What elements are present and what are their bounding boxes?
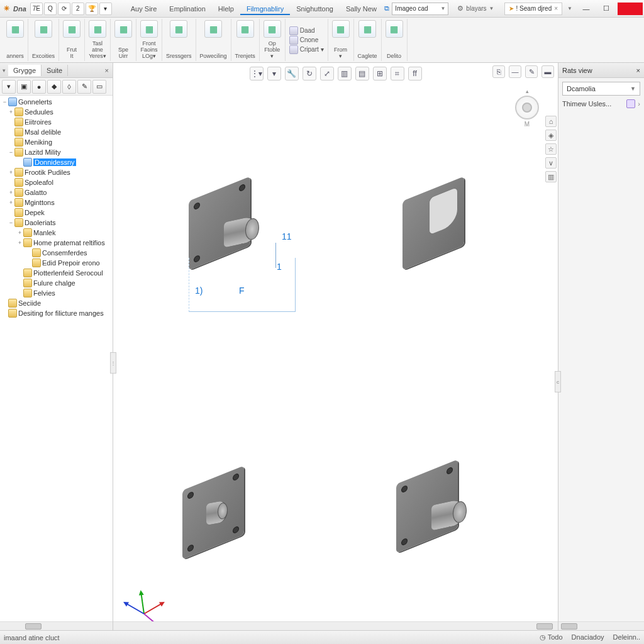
window-maximize-button[interactable]: ☐ (597, 3, 615, 15)
tree-expand-icon[interactable]: + (8, 189, 14, 196)
viewport-tool-3[interactable]: ↻ (303, 67, 316, 80)
tree-node-5[interactable]: −Lazitd Mility (0, 147, 113, 157)
ribbon-stack-item-1[interactable]: Cnone (289, 36, 324, 45)
tree-expand-icon[interactable]: + (8, 169, 14, 175)
left-tab-1[interactable]: Suite (42, 65, 68, 76)
tree-node-8[interactable]: Spoleafol (0, 177, 113, 187)
viewport-right-tool-1[interactable]: — (509, 65, 521, 78)
viewport-tool-9[interactable]: ff (408, 67, 422, 80)
left-splitter-handle[interactable]: ⋮ (110, 352, 116, 374)
tree-node-19[interactable]: Felvies (0, 288, 113, 298)
viewport-tool-0[interactable]: ⋮▾ (250, 67, 264, 80)
ribbon-group-5[interactable]: ▦FrontFaoinsLOg▾ (136, 19, 162, 61)
left-panel-scrollbar[interactable] (0, 621, 113, 630)
chevron-down-icon[interactable]: ▾ (0, 67, 8, 74)
panel-tool-6[interactable]: ▭ (92, 80, 106, 94)
ribbon2-group-2[interactable]: ▦Delito (382, 19, 408, 61)
qat-button-0[interactable]: 7E (30, 3, 43, 15)
part-bracket-1[interactable] (189, 189, 250, 258)
gear-icon[interactable]: ⚙ (457, 4, 464, 13)
ribbon2-group-0[interactable]: ▦From▾ (328, 19, 354, 61)
viewport-tool-1[interactable]: ▾ (267, 67, 281, 80)
dimension-a[interactable]: 11 (282, 231, 292, 242)
ribbon-group-7[interactable]: ▦Poweciling (196, 19, 231, 61)
tree-node-13[interactable]: +Manlek (0, 228, 113, 238)
ribbon-stack-item-0[interactable]: Daad (289, 26, 324, 35)
panel-tool-3[interactable]: ◆ (47, 80, 61, 94)
model-tree[interactable]: −Gonnelerts+SeduulesEiitroiresMsal delib… (0, 96, 113, 621)
left-panel-close-icon[interactable]: × (101, 67, 113, 74)
ribbon-group-4[interactable]: ▦SpeUirr (111, 19, 136, 61)
ribbon-group-6[interactable]: ▦Sressgers (162, 19, 196, 61)
tree-node-0[interactable]: −Gonnelerts (0, 97, 113, 107)
menu-item-3[interactable]: Filmgnabliry (240, 3, 290, 15)
viewport-3d[interactable]: ⋮▾▾🔧↻⤢▥▤⊞⌗ff ⎘—✎▬ ▴ M ⌂◈☆∨▥ 11 1 1) F (113, 63, 558, 630)
viewport-tool-6[interactable]: ▤ (355, 67, 369, 80)
part-cutplate[interactable] (402, 189, 464, 258)
ribbon-stack-item-2[interactable]: Cripart ▾ (289, 45, 324, 54)
side-strip-button-1[interactable]: ◈ (545, 130, 557, 141)
right-panel-combo[interactable]: Dcamolia▼ (562, 82, 640, 96)
tree-expand-icon[interactable]: + (16, 230, 23, 236)
ribbon-group-8[interactable]: ▦Trenjets (231, 19, 260, 61)
panel-tool-5[interactable]: ✎ (77, 80, 91, 94)
menu-item-2[interactable]: Hlelp (212, 3, 240, 15)
tree-node-10[interactable]: +Mginttons (0, 197, 113, 208)
ribbon-group-2[interactable]: ▦FrutIt (59, 19, 85, 61)
tree-node-17[interactable]: Piotterlenfeid Serocoul (0, 268, 113, 278)
right-panel-scrollbar[interactable] (558, 621, 644, 630)
menu-item-5[interactable]: Sally New (340, 3, 383, 15)
qat-button-3[interactable]: 2 (72, 3, 84, 15)
viewport-tool-5[interactable]: ▥ (338, 67, 352, 80)
part-bracket-3[interactable] (396, 472, 458, 541)
tree-node-14[interactable]: +Home pratemat reltifios (0, 238, 113, 248)
viewport-right-tool-0[interactable]: ⎘ (492, 65, 505, 78)
side-strip-button-2[interactable]: ☆ (545, 143, 557, 155)
part-bracket-2[interactable] (182, 478, 244, 547)
viewport-tool-8[interactable]: ⌗ (391, 67, 404, 80)
side-strip-button-3[interactable]: ∨ (545, 157, 557, 169)
viewport-tool-2[interactable]: 🔧 (285, 67, 299, 80)
panel-tool-0[interactable]: ▾ (2, 80, 16, 94)
document-combo[interactable]: Imageo cad▼ (392, 3, 448, 15)
right-panel-item[interactable]: Thimew Usles... › (558, 99, 644, 111)
tree-node-11[interactable]: Depek (0, 208, 113, 218)
tree-node-6[interactable]: Donnidessny (0, 157, 113, 167)
tree-node-18[interactable]: Fulure chalge (0, 278, 113, 288)
status-item-0[interactable]: ◷ Todo (540, 633, 563, 641)
ribbon-group-3[interactable]: ▦TaslatneYeres▾ (85, 19, 111, 61)
right-panel-close-icon[interactable]: × (636, 67, 640, 74)
menu-item-0[interactable]: Auy Sire (125, 3, 164, 15)
tree-node-20[interactable]: Seciide (0, 298, 113, 308)
panel-tool-4[interactable]: ◊ (62, 80, 76, 94)
ribbon-group-9[interactable]: ▦OpFtoble▾ (260, 19, 286, 61)
side-strip-button-4[interactable]: ▥ (545, 171, 557, 182)
chip-close-icon[interactable]: × (554, 5, 558, 12)
tree-node-15[interactable]: Consemferdes (0, 248, 113, 258)
tree-expand-icon[interactable]: + (8, 199, 14, 206)
ribbon2-group-1[interactable]: ▦Caglete (354, 19, 382, 61)
menu-item-1[interactable]: Emplination (163, 3, 211, 15)
panel-tool-1[interactable]: ▣ (17, 80, 31, 94)
tree-node-16[interactable]: Edid Prepoir erono (0, 258, 113, 268)
tree-expand-icon[interactable]: + (16, 240, 23, 246)
axis-triad[interactable] (126, 582, 164, 620)
view-cube[interactable]: ▴ M (515, 88, 539, 128)
tree-node-9[interactable]: +Galatto (0, 187, 113, 197)
left-tab-0[interactable]: Grygge (8, 65, 42, 76)
ribbon-group-1[interactable]: ▦Excoities (28, 19, 59, 61)
viewport-tool-4[interactable]: ⤢ (320, 67, 334, 80)
tree-expand-icon[interactable]: − (8, 219, 14, 226)
right-splitter-handle[interactable]: c (555, 371, 561, 392)
viewport-right-tool-3[interactable]: ▬ (541, 65, 554, 78)
tree-node-2[interactable]: Eiitroires (0, 117, 113, 127)
viewport-right-tool-2[interactable]: ✎ (525, 65, 538, 78)
qat-button-1[interactable]: Q (44, 3, 57, 15)
tree-node-7[interactable]: +Frootik Pudiles (0, 167, 113, 177)
qat-button-2[interactable]: ⟳ (58, 3, 70, 15)
status-item-1[interactable]: Dnaciadoy (572, 633, 604, 641)
tree-expand-icon[interactable]: + (8, 109, 14, 115)
window-minimize-button[interactable]: — (577, 3, 595, 15)
side-strip-button-0[interactable]: ⌂ (545, 116, 557, 127)
viewport-scrollbar[interactable] (113, 621, 558, 630)
